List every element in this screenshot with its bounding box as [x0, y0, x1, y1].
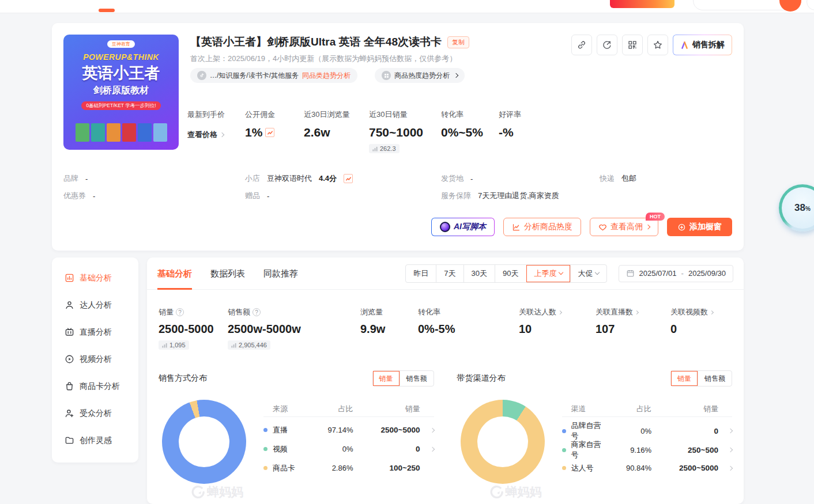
heat-trend-pill[interactable]: 商品热度趋势分析: [375, 68, 465, 83]
info-coupon: 优惠券-: [63, 191, 95, 201]
chanmama-logo-icon: [191, 485, 205, 499]
play-circle-icon: [65, 354, 74, 364]
star-icon: [653, 40, 663, 50]
filter-30d[interactable]: 30天: [463, 265, 495, 282]
toggle-gmv[interactable]: 销售额: [698, 371, 732, 386]
watermark: 蝉妈妈: [489, 484, 542, 500]
folder-icon: [65, 435, 74, 445]
info-shop: 小店 豆神双语时代 4.4分: [245, 173, 353, 184]
tab-data-list[interactable]: 数据列表: [210, 257, 245, 290]
ai-script-button[interactable]: AI写脚本: [431, 218, 495, 236]
bars-icon: [162, 343, 167, 348]
filter-90d[interactable]: 90天: [495, 265, 526, 282]
date-end: 2025/09/30: [688, 269, 726, 278]
legend-dot: [263, 466, 267, 470]
tab-basic-analysis[interactable]: 基础分析: [157, 257, 192, 290]
table-row[interactable]: 商品卡 2.86% 100~250: [263, 458, 434, 478]
panel-tabs: 基础分析 数据列表 同款推荐 昨日 7天 30天 90天 上季度 大促 2025…: [147, 257, 744, 290]
panel-stat-creators[interactable]: 关联达人数 10: [519, 307, 561, 336]
legend-dot: [562, 448, 566, 452]
product-image-brand-badge: 豆神教育: [107, 40, 135, 48]
topbar-corner-button[interactable]: [807, 0, 814, 10]
person-icon: [65, 300, 74, 310]
chevron-right-icon: [728, 429, 733, 433]
filter-promotion[interactable]: 大促: [570, 265, 606, 282]
table-row[interactable]: 视频 0% 0: [263, 439, 434, 458]
sales-breakdown-button[interactable]: 销售拆解: [673, 35, 732, 55]
toggle-sales[interactable]: 销量: [373, 371, 400, 386]
sidebar-item-video-analysis[interactable]: 视频分析: [52, 346, 138, 373]
stat-rating: 好评率 -%: [499, 109, 521, 139]
panel-stat-lives[interactable]: 关联直播数 107: [596, 307, 638, 336]
sidebar-item-audience-analysis[interactable]: 受众分析: [52, 400, 138, 427]
info-delivery: 快递包邮: [600, 173, 636, 184]
grid-icon: [382, 71, 391, 80]
trend-chart-icon[interactable]: [344, 174, 353, 183]
copy-button[interactable]: 复制: [447, 36, 469, 48]
filter-last-quarter[interactable]: 上季度: [526, 265, 570, 282]
help-icon[interactable]: [176, 308, 184, 316]
high-commission-button[interactable]: 查看高佣 HOT: [590, 218, 658, 236]
category-trend-link[interactable]: 同品类趋势分析: [302, 71, 351, 81]
category-pill[interactable]: …/知识服务/读书卡/其他服务 同品类趋势分析: [190, 68, 357, 83]
filter-7d[interactable]: 7天: [436, 265, 463, 282]
trend-chart-icon[interactable]: [265, 128, 274, 137]
promo-banner[interactable]: [610, 0, 674, 8]
panel-stat-views: 浏览量 9.9w: [360, 307, 385, 336]
product-summary-card: 豆神教育 POWERUP&THINK 英语小王者 剑桥原版教材 0基础到PET/…: [52, 23, 744, 251]
filter-yesterday[interactable]: 昨日: [406, 265, 436, 282]
favorite-button[interactable]: [647, 35, 668, 55]
copy-link-button[interactable]: [571, 35, 592, 55]
channel-distribution: 带货渠道分布 销量 销售额 渠道 占比 销量 品牌自营号: [446, 370, 744, 484]
table-row[interactable]: 商家自营号 9.16% 250~500: [562, 439, 733, 458]
channel-table: 渠道 占比 销量 品牌自营号 0% 0 商家自营号 9.16%: [562, 401, 733, 478]
table-row[interactable]: 品牌自营号 0% 0: [562, 420, 733, 439]
chevron-down-icon: [594, 270, 599, 275]
sidebar-item-product-card-analysis[interactable]: 商品卡分析: [52, 373, 138, 400]
legend-dot: [263, 428, 267, 432]
product-listed-info: 首次上架：2025/06/19，4小时内更新（展示数据为蝉妈妈预估数据，仅供参考…: [190, 54, 457, 64]
panel-stat-conversion: 转化率 0%-5%: [418, 307, 455, 336]
analysis-panel: 基础分析 数据列表 同款推荐 昨日 7天 30天 90天 上季度 大促 2025…: [147, 257, 744, 504]
panel-stat-videos[interactable]: 关联视频数 0: [670, 307, 713, 336]
toggle-gmv[interactable]: 销售额: [400, 371, 434, 386]
sales-method-donut-chart[interactable]: [162, 400, 246, 484]
channel-donut-chart[interactable]: [461, 400, 545, 484]
info-brand: 品牌-: [63, 173, 88, 184]
sidebar-item-live-analysis[interactable]: 直播分析: [52, 319, 138, 346]
line-chart-icon: [512, 223, 521, 232]
table-row[interactable]: 直播 97.14% 2500~5000: [263, 420, 434, 439]
table-row[interactable]: 达人号 90.84% 2500~5000: [562, 458, 733, 478]
analyze-heat-button[interactable]: 分析商品热度: [503, 218, 581, 236]
qrcode-icon: [627, 40, 638, 50]
product-image-slogan: POWERUP&THINK: [63, 52, 179, 62]
chevron-right-icon: [429, 446, 434, 451]
add-to-showcase-button[interactable]: 添加橱窗: [667, 218, 732, 236]
legend-dot: [562, 466, 566, 470]
stat-commission: 公开佣金 1%: [245, 109, 275, 139]
chart-title: 销售方式分布: [159, 373, 207, 384]
metric-toggle: 销量 销售额: [670, 370, 732, 386]
score-gauge[interactable]: 38%: [779, 184, 814, 232]
open-external-button[interactable]: [597, 35, 617, 55]
date-range-picker[interactable]: 2025/07/01 - 2025/09/30: [619, 265, 734, 282]
toggle-sales[interactable]: 销量: [671, 371, 698, 386]
gmv-index-badge: 2,905,446: [228, 340, 270, 350]
shopping-bag-icon: [65, 381, 74, 391]
qrcode-button[interactable]: [622, 35, 643, 55]
plus-circle-icon: [677, 223, 686, 232]
sidebar-item-basic-analysis[interactable]: 基础分析: [52, 264, 138, 291]
help-icon[interactable]: [253, 308, 261, 316]
view-price-link[interactable]: 查看价格: [187, 126, 225, 140]
sidebar-item-creator-analysis[interactable]: 达人分析: [52, 291, 138, 319]
stat-sales-30d: 近30日销量 750~1000 262.3: [369, 109, 423, 154]
tab-similar-products[interactable]: 同款推荐: [263, 257, 298, 290]
product-image[interactable]: 豆神教育 POWERUP&THINK 英语小王者 剑桥原版教材 0基础到PET/…: [63, 35, 179, 150]
info-gift: 赠品-: [245, 191, 269, 201]
link-icon: [576, 40, 587, 50]
chevron-right-icon: [220, 132, 224, 137]
sidebar-item-creative-inspiration[interactable]: 创作灵感: [52, 427, 138, 454]
date-start: 2025/07/01: [639, 269, 677, 278]
chevron-right-icon: [558, 310, 562, 314]
info-ship-from: 发货地-: [441, 173, 473, 184]
